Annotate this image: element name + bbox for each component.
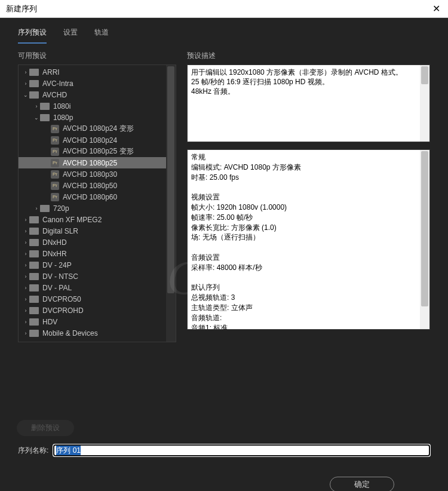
tree-folder[interactable]: ›Mobile & Devices [19,327,176,339]
tree-folder[interactable]: ›Digital SLR [19,225,176,237]
preset-icon: Pr [51,148,59,156]
chevron-right-icon[interactable]: › [22,251,29,257]
tree-item-label: DNxHD [42,238,67,247]
tree-item-label: AVCHD 1080p25 变形 [63,146,134,156]
tree-preset[interactable]: PrAVCHD 1080p25 变形 [19,146,176,157]
tree-folder[interactable]: ⌄1080p [19,112,176,123]
tree-folder[interactable]: ›1080i [19,100,176,112]
tab-tracks[interactable]: 轨道 [94,25,109,44]
tree-item-label: HDV [42,318,57,326]
preset-icon: Pr [51,159,59,167]
tree-item-label: DNxHR [42,250,67,258]
chevron-right-icon[interactable]: › [22,274,29,280]
chevron-right-icon[interactable]: › [33,103,40,109]
tree-item-label: AVCHD 1080p24 [63,136,117,145]
tree-preset[interactable]: PrAVCHD 1080p25 [19,157,176,168]
chevron-right-icon[interactable]: › [22,217,29,223]
chevron-right-icon[interactable]: › [33,205,40,211]
tree-item-label: Mobile & Devices [42,329,98,337]
scrollbar[interactable] [420,65,429,142]
tree-preset[interactable]: PrAVCHD 1080p24 [19,134,176,146]
chevron-right-icon[interactable]: › [22,69,29,75]
folder-icon [29,239,39,246]
chevron-down-icon[interactable]: ⌄ [33,115,40,121]
tree-folder[interactable]: ›720p [19,202,176,214]
tree-item-label: AVC-Intra [42,79,73,88]
folder-icon [29,80,39,87]
tree-preset[interactable]: PrAVCHD 1080p50 [19,180,176,191]
preset-detail-box: 常规编辑模式: AVCHD 1080p 方形像素时基: 25.00 fps视频设… [187,149,430,330]
tree-folder[interactable]: ›DV - NTSC [19,271,176,282]
folder-icon [29,330,39,337]
tree-folder[interactable]: ›DVCPROHD [19,305,176,316]
chevron-right-icon[interactable]: › [22,296,29,302]
folder-icon [29,69,39,76]
folder-icon [40,114,50,121]
folder-icon [29,91,39,99]
folder-icon [29,307,39,314]
tree-folder[interactable]: ›DV - 24P [19,259,176,271]
tree-item-label: AVCHD 1080p30 [63,170,117,179]
preset-icon: Pr [51,170,59,179]
chevron-right-icon[interactable]: › [22,319,29,325]
chevron-right-icon[interactable]: › [22,262,29,268]
tree-item-label: Digital SLR [42,227,78,235]
folder-icon [29,250,39,257]
tree-preset[interactable]: PrAVCHD 1080p24 变形 [19,123,176,134]
folder-icon [29,216,39,223]
tree-folder[interactable]: ›AVC-Intra [19,78,176,89]
tree-folder[interactable]: ›Canon XF MPEG2 [19,214,176,225]
tree-folder[interactable]: ›DNxHD [19,237,176,248]
sequence-name-label: 序列名称: [18,446,48,456]
tree-folder[interactable]: ⌄AVCHD [19,89,176,100]
tree-folder[interactable]: ›ARRI [19,66,176,78]
tree-item-label: 1080p [53,113,73,122]
tree-folder[interactable]: ›DVCPRO50 [19,293,176,305]
tree-folder[interactable]: ›DNxHR [19,248,176,259]
delete-preset-button: 删除预设 [17,420,74,436]
chevron-right-icon[interactable]: › [22,330,29,336]
scrollbar[interactable] [420,150,429,329]
folder-icon [40,103,50,110]
preset-tree[interactable]: ›ARRI›AVC-Intra⌄AVCHD›1080i⌄1080pPrAVCHD… [18,65,176,342]
tree-item-label: AVCHD [42,91,67,99]
preset-icon: Pr [51,136,59,145]
folder-icon [40,205,50,212]
tab-sequence-presets[interactable]: 序列预设 [18,25,47,44]
chevron-down-icon[interactable]: ⌄ [22,92,29,98]
chevron-right-icon[interactable]: › [22,81,29,87]
chevron-right-icon[interactable]: › [22,240,29,246]
preset-icon: Pr [51,182,59,190]
ok-button[interactable]: 确定 [330,477,394,491]
chevron-right-icon[interactable]: › [22,228,29,234]
tree-folder[interactable]: ›HDV [19,316,176,327]
tree-folder[interactable]: ›DV - PAL [19,282,176,293]
folder-icon [29,228,39,235]
tree-item-label: DV - PAL [42,284,72,292]
tab-settings[interactable]: 设置 [63,25,78,44]
tree-item-label: DVCPROHD [42,306,84,315]
tree-item-label: AVCHD 1080p24 变形 [63,124,134,134]
preset-description-box: 用于编辑以 1920x1080 方形像素（非变形）录制的 AVCHD 格式。25… [187,65,430,142]
tree-preset[interactable]: PrAVCHD 1080p60 [19,191,176,202]
folder-icon [29,296,39,303]
tree-item-label: AVCHD 1080p25 [63,159,117,167]
tree-preset[interactable]: PrAVCHD 1080p30 [19,168,176,180]
tree-item-label: DVCPRO50 [42,295,81,303]
sequence-name-input[interactable] [53,444,430,456]
preset-icon: Pr [51,193,59,201]
tree-item-label: DV - NTSC [42,272,78,281]
preset-description-label: 预设描述 [187,51,430,61]
folder-icon [29,273,39,280]
folder-icon [29,262,39,269]
tree-item-label: DV - 24P [42,261,72,269]
scrollbar[interactable] [166,65,176,342]
tree-item-label: ARRI [42,68,60,76]
available-presets-label: 可用预设 [18,51,176,61]
tree-item-label: Canon XF MPEG2 [42,216,102,224]
chevron-right-icon[interactable]: › [22,308,29,314]
tree-item-label: 720p [53,204,69,213]
chevron-right-icon[interactable]: › [22,285,29,291]
close-icon[interactable]: ✕ [430,3,442,15]
tree-item-label: AVCHD 1080p50 [63,182,117,190]
